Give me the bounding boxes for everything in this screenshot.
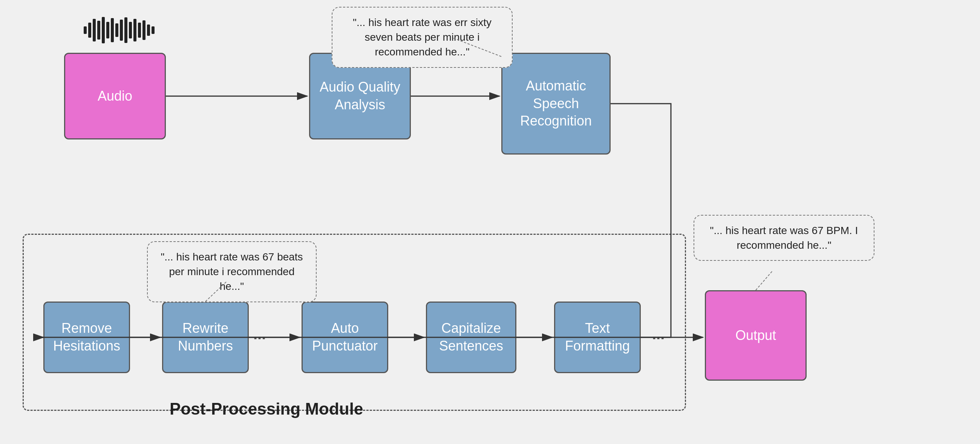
dots-textformat-to-output: ···: [652, 330, 665, 347]
svg-rect-0: [84, 26, 87, 34]
dots-rewrite-to-autopunct: ···: [253, 330, 266, 347]
svg-rect-11: [134, 19, 137, 41]
text-formatting-box: TextFormatting: [554, 302, 641, 373]
auto-punctuator-box: AutoPunctuator: [302, 302, 388, 373]
svg-rect-15: [151, 26, 154, 34]
output-box: Output: [705, 290, 807, 381]
svg-rect-13: [143, 20, 145, 40]
svg-rect-3: [97, 21, 100, 40]
rewrite-numbers-box: RewriteNumbers: [162, 302, 249, 373]
svg-rect-6: [111, 18, 114, 42]
svg-rect-14: [147, 24, 150, 36]
postproc-label: Post-Processing Module: [170, 399, 363, 419]
svg-rect-9: [124, 18, 127, 43]
remove-hesitations-box: RemoveHesitations: [43, 302, 130, 373]
svg-rect-4: [102, 17, 105, 43]
svg-rect-2: [93, 19, 96, 41]
svg-line-27: [756, 271, 773, 290]
rewrite-speech-bubble: "... his heart rate was 67 beats per min…: [147, 241, 317, 302]
asr-speech-bubble: "... his heart rate was err sixty seven …: [332, 7, 512, 68]
waveform-icon: [83, 15, 158, 45]
asr-box: AutomaticSpeechRecognition: [501, 53, 611, 154]
svg-rect-10: [129, 22, 132, 38]
svg-rect-8: [120, 20, 123, 41]
output-speech-bubble: "... his heart rate was 67 BPM. I recomm…: [694, 215, 875, 261]
svg-rect-5: [106, 22, 109, 38]
svg-rect-7: [115, 23, 118, 37]
svg-rect-1: [88, 22, 91, 38]
audio-box: Audio: [64, 53, 166, 140]
svg-rect-12: [138, 22, 141, 38]
capitalize-sentences-box: CapitalizeSentences: [426, 302, 516, 373]
diagram-container: Audio Audio QualityAnalysis AutomaticSpe…: [0, 0, 980, 444]
